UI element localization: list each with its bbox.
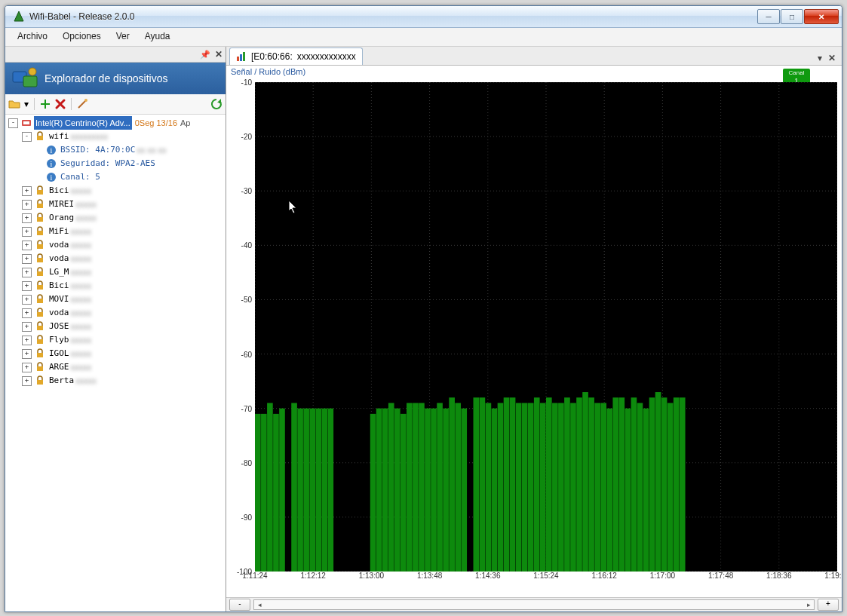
expand-icon[interactable]: + [22, 376, 32, 386]
add-button[interactable] [39, 98, 51, 110]
delete-button[interactable] [54, 98, 66, 110]
tree-adapter-row[interactable]: - Intel(R) Centrino(R) Adv... 0Seg 13/16… [5, 116, 226, 130]
collapse-icon[interactable]: - [22, 132, 32, 142]
tab-close-icon[interactable]: ✕ [825, 51, 839, 65]
lock-icon [35, 267, 45, 277]
info-icon: i [46, 172, 57, 182]
tree-network-row[interactable]: +vodaxxxxx [5, 238, 226, 252]
tree-network-row[interactable]: +vodaxxxxx [5, 252, 226, 265]
tab-dropdown-icon[interactable]: ▾ [815, 51, 825, 65]
panel-close-icon[interactable]: ✕ [215, 49, 222, 60]
x-tick: 1:14:36 [475, 572, 500, 580]
y-tick: -60 [241, 350, 252, 358]
expand-icon[interactable]: + [22, 295, 32, 305]
device-tree[interactable]: - Intel(R) Centrino(R) Adv... 0Seg 13/16… [5, 115, 226, 611]
minimize-button[interactable]: ─ [757, 9, 780, 24]
tree-network-row[interactable]: +MIREIxxxxx [5, 198, 226, 211]
expand-icon[interactable]: + [22, 281, 32, 291]
plot-area[interactable] [255, 82, 837, 572]
tree-network-row[interactable]: +Bicixxxxx [5, 279, 226, 293]
y-tick: -80 [241, 458, 252, 467]
scroll-left-icon[interactable]: ◂ [254, 601, 265, 608]
svg-rect-71 [407, 403, 413, 572]
blurred-text: xxxxx [71, 252, 92, 265]
y-tick: -70 [241, 404, 252, 412]
tree-network-row[interactable]: +Bertaxxxxx [5, 374, 226, 388]
expand-icon[interactable]: + [22, 186, 32, 196]
titlebar[interactable]: Wifi-Babel - Release 2.0.0 ─ □ ✕ [5, 6, 842, 28]
svg-rect-30 [240, 54, 242, 61]
svg-rect-63 [321, 409, 327, 572]
tree-network-row[interactable]: +MOVIxxxxx [5, 293, 226, 306]
channel-label: Canal: 5 [59, 170, 102, 184]
tree-network-row[interactable]: +IGOLxxxxx [5, 347, 226, 360]
svg-rect-67 [382, 409, 388, 572]
zoom-in-button[interactable]: + [818, 599, 839, 611]
svg-rect-20 [37, 271, 43, 276]
expand-icon[interactable]: + [22, 213, 32, 223]
tree-network-row[interactable]: +Orangxxxxx [5, 211, 226, 225]
tree-network-row[interactable]: - wifi xxxxxxxxx [5, 130, 226, 143]
svg-rect-100 [588, 397, 594, 572]
blurred-text: xxxxx [71, 306, 92, 320]
expand-icon[interactable]: + [22, 308, 32, 318]
maximize-button[interactable]: □ [781, 9, 803, 24]
expand-icon[interactable]: + [22, 322, 32, 332]
network-label: Berta [48, 374, 75, 388]
blurred-text: xxxxx [71, 184, 92, 198]
adapter-label: Intel(R) Centrino(R) Adv... [34, 116, 132, 130]
chart-tab[interactable]: [E0:60:66: xxxxxxxxxxxxx [229, 48, 363, 65]
tree-detail-row: i Canal: 5 [5, 170, 226, 184]
svg-rect-55 [267, 403, 273, 572]
adapter-status: 0Seg 13/16 [135, 116, 177, 130]
expand-icon[interactable]: + [22, 254, 32, 264]
refresh-icon[interactable] [210, 98, 222, 110]
blurred-text: xxxxx [71, 320, 92, 333]
expand-icon[interactable]: + [22, 241, 32, 250]
expand-icon[interactable]: + [22, 349, 32, 359]
svg-text:i: i [51, 146, 53, 155]
expand-icon[interactable]: + [22, 336, 32, 345]
tree-network-row[interactable]: +JOSExxxxx [5, 320, 226, 333]
scroll-track[interactable]: ◂ ▸ [253, 599, 815, 610]
tree-network-row[interactable]: +vodaxxxxx [5, 306, 226, 320]
collapse-icon[interactable]: - [8, 118, 18, 128]
close-button[interactable]: ✕ [804, 9, 839, 24]
device-explorer-panel: 📌 ✕ Explorador de dispositivos ▾ [5, 47, 226, 611]
folder-dropdown-icon[interactable]: ▾ [23, 98, 29, 110]
tree-network-row[interactable]: +MiFixxxxx [5, 225, 226, 238]
expand-icon[interactable]: + [22, 200, 32, 210]
svg-rect-90 [528, 403, 534, 572]
lock-icon [35, 308, 45, 318]
svg-rect-107 [631, 397, 637, 572]
svg-rect-113 [667, 403, 674, 572]
menu-ver[interactable]: Ver [109, 28, 137, 46]
expand-icon[interactable]: + [22, 268, 32, 277]
menu-archivo[interactable]: Archivo [10, 28, 55, 46]
wand-icon[interactable] [76, 98, 88, 110]
expand-icon[interactable]: + [22, 363, 32, 372]
y-tick: -90 [241, 513, 252, 521]
zoom-out-button[interactable]: - [229, 599, 250, 611]
folder-icon[interactable] [8, 98, 20, 110]
tree-network-row[interactable]: +ARGExxxxx [5, 360, 226, 374]
x-tick: 1:19:24 [824, 572, 842, 580]
svg-rect-99 [582, 392, 588, 572]
pin-icon[interactable]: 📌 [200, 50, 210, 60]
svg-rect-7 [37, 136, 43, 140]
adapter-suffix: Ap [180, 116, 190, 130]
lock-icon [35, 199, 45, 210]
tree-network-row[interactable]: +Bicixxxxx [5, 184, 226, 198]
menu-opciones[interactable]: Opciones [55, 28, 109, 46]
lock-icon [35, 131, 45, 142]
svg-rect-72 [413, 403, 419, 572]
menu-ayuda[interactable]: Ayuda [137, 28, 178, 46]
blurred-text: xxxxx [71, 347, 92, 360]
scroll-right-icon[interactable]: ▸ [803, 601, 814, 608]
adapter-icon [21, 118, 32, 128]
tree-network-row[interactable]: +LG_Mxxxxx [5, 265, 226, 279]
expand-icon[interactable]: + [22, 227, 32, 237]
svg-rect-29 [237, 57, 239, 61]
tree-network-row[interactable]: +Flybxxxxx [5, 333, 226, 347]
svg-point-4 [84, 99, 87, 102]
